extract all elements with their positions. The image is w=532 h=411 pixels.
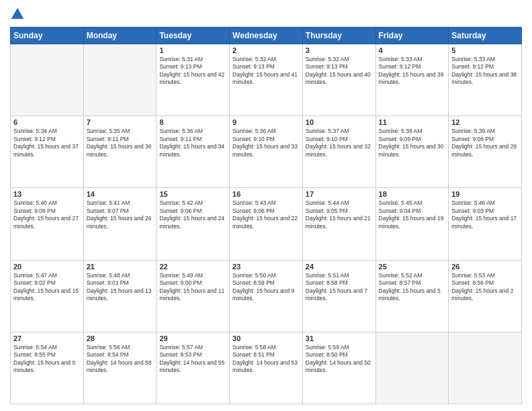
day-info: Sunrise: 5:34 AMSunset: 9:12 PMDaylight:…	[13, 128, 81, 158]
calendar-week-3: 13Sunrise: 5:40 AMSunset: 9:08 PMDayligh…	[11, 188, 522, 260]
day-info: Sunrise: 5:48 AMSunset: 9:01 PMDaylight:…	[87, 272, 154, 303]
calendar-cell: 27Sunrise: 5:54 AMSunset: 8:55 PMDayligh…	[11, 332, 84, 404]
day-info: Sunrise: 5:39 AMSunset: 9:08 PMDaylight:…	[451, 128, 519, 158]
calendar-cell: 18Sunrise: 5:45 AMSunset: 9:04 PMDayligh…	[375, 188, 449, 260]
day-number: 13	[13, 190, 81, 198]
page: SundayMondayTuesdayWednesdayThursdayFrid…	[0, 0, 532, 411]
calendar-cell	[83, 44, 157, 116]
calendar-cell: 7Sunrise: 5:35 AMSunset: 9:11 PMDaylight…	[83, 116, 157, 188]
day-info: Sunrise: 5:45 AMSunset: 9:04 PMDaylight:…	[379, 199, 446, 230]
day-number: 15	[159, 190, 226, 198]
calendar-header-thursday: Thursday	[302, 28, 375, 44]
day-number: 25	[379, 263, 446, 271]
day-info: Sunrise: 5:49 AMSunset: 9:00 PMDaylight:…	[159, 272, 226, 303]
day-number: 24	[306, 263, 373, 271]
calendar-week-1: 1Sunrise: 5:31 AMSunset: 9:13 PMDaylight…	[11, 44, 522, 116]
logo-icon	[10, 7, 25, 21]
day-number: 19	[451, 190, 519, 198]
day-info: Sunrise: 5:52 AMSunset: 8:57 PMDaylight:…	[379, 272, 446, 303]
calendar-cell: 10Sunrise: 5:37 AMSunset: 9:10 PMDayligh…	[302, 116, 375, 188]
calendar-cell: 26Sunrise: 5:53 AMSunset: 8:56 PMDayligh…	[449, 260, 522, 332]
day-info: Sunrise: 5:35 AMSunset: 9:11 PMDaylight:…	[87, 128, 154, 158]
day-info: Sunrise: 5:59 AMSunset: 8:50 PMDaylight:…	[306, 344, 373, 375]
day-info: Sunrise: 5:47 AMSunset: 9:02 PMDaylight:…	[13, 272, 81, 303]
day-number: 20	[13, 263, 81, 271]
calendar-table: SundayMondayTuesdayWednesdayThursdayFrid…	[10, 27, 522, 404]
calendar-cell: 22Sunrise: 5:49 AMSunset: 9:00 PMDayligh…	[157, 260, 230, 332]
calendar-cell: 31Sunrise: 5:59 AMSunset: 8:50 PMDayligh…	[302, 332, 375, 404]
day-number: 26	[451, 263, 519, 271]
day-number: 18	[379, 190, 446, 198]
calendar-header-monday: Monday	[83, 28, 157, 44]
calendar-cell: 14Sunrise: 5:41 AMSunset: 9:07 PMDayligh…	[83, 188, 157, 260]
day-number: 17	[306, 190, 373, 198]
day-number: 16	[232, 190, 300, 198]
calendar-cell: 29Sunrise: 5:57 AMSunset: 8:53 PMDayligh…	[157, 332, 230, 404]
day-info: Sunrise: 5:32 AMSunset: 9:13 PMDaylight:…	[306, 56, 373, 87]
calendar-cell	[449, 332, 522, 404]
calendar-cell	[375, 332, 449, 404]
calendar-cell: 8Sunrise: 5:36 AMSunset: 9:11 PMDaylight…	[157, 116, 230, 188]
day-info: Sunrise: 5:37 AMSunset: 9:10 PMDaylight:…	[306, 128, 373, 158]
day-info: Sunrise: 5:42 AMSunset: 9:06 PMDaylight:…	[159, 199, 226, 230]
day-number: 2	[232, 46, 300, 54]
day-number: 7	[87, 118, 154, 126]
day-info: Sunrise: 5:36 AMSunset: 9:11 PMDaylight:…	[159, 128, 226, 158]
calendar-cell: 23Sunrise: 5:50 AMSunset: 8:59 PMDayligh…	[230, 260, 303, 332]
calendar-cell: 1Sunrise: 5:31 AMSunset: 9:13 PMDaylight…	[157, 44, 230, 116]
logo	[10, 7, 26, 21]
day-number: 14	[87, 190, 154, 198]
day-number: 10	[306, 118, 373, 126]
calendar-cell: 11Sunrise: 5:38 AMSunset: 9:09 PMDayligh…	[375, 116, 449, 188]
day-number: 11	[379, 118, 446, 126]
day-number: 30	[232, 334, 300, 342]
calendar-week-4: 20Sunrise: 5:47 AMSunset: 9:02 PMDayligh…	[11, 260, 522, 332]
day-number: 3	[306, 46, 373, 54]
calendar-header-wednesday: Wednesday	[230, 28, 303, 44]
calendar-cell: 24Sunrise: 5:51 AMSunset: 8:58 PMDayligh…	[302, 260, 375, 332]
day-number: 12	[451, 118, 519, 126]
day-number: 8	[159, 118, 226, 126]
calendar-cell: 12Sunrise: 5:39 AMSunset: 9:08 PMDayligh…	[449, 116, 522, 188]
calendar-header-saturday: Saturday	[449, 28, 522, 44]
calendar-cell: 5Sunrise: 5:33 AMSunset: 9:12 PMDaylight…	[449, 44, 522, 116]
day-info: Sunrise: 5:44 AMSunset: 9:05 PMDaylight:…	[306, 199, 373, 230]
day-number: 29	[159, 334, 226, 342]
day-number: 6	[13, 118, 81, 126]
day-info: Sunrise: 5:41 AMSunset: 9:07 PMDaylight:…	[87, 199, 154, 230]
day-number: 23	[232, 263, 300, 271]
day-info: Sunrise: 5:33 AMSunset: 9:12 PMDaylight:…	[379, 56, 446, 87]
day-info: Sunrise: 5:40 AMSunset: 9:08 PMDaylight:…	[13, 199, 81, 230]
calendar-header-friday: Friday	[375, 28, 449, 44]
calendar-cell: 28Sunrise: 5:56 AMSunset: 8:54 PMDayligh…	[83, 332, 157, 404]
day-info: Sunrise: 5:33 AMSunset: 9:12 PMDaylight:…	[451, 56, 519, 87]
calendar-cell: 19Sunrise: 5:46 AMSunset: 9:03 PMDayligh…	[449, 188, 522, 260]
header	[10, 7, 522, 21]
day-info: Sunrise: 5:57 AMSunset: 8:53 PMDaylight:…	[159, 344, 226, 375]
day-number: 5	[451, 46, 519, 54]
day-number: 1	[159, 46, 226, 54]
day-number: 9	[232, 118, 300, 126]
calendar-cell: 17Sunrise: 5:44 AMSunset: 9:05 PMDayligh…	[302, 188, 375, 260]
calendar-cell: 30Sunrise: 5:58 AMSunset: 8:51 PMDayligh…	[230, 332, 303, 404]
calendar-cell	[11, 44, 84, 116]
calendar-week-5: 27Sunrise: 5:54 AMSunset: 8:55 PMDayligh…	[11, 332, 522, 404]
day-info: Sunrise: 5:38 AMSunset: 9:09 PMDaylight:…	[379, 128, 446, 158]
day-info: Sunrise: 5:46 AMSunset: 9:03 PMDaylight:…	[451, 199, 519, 230]
day-info: Sunrise: 5:56 AMSunset: 8:54 PMDaylight:…	[87, 344, 154, 375]
day-number: 4	[379, 46, 446, 54]
day-number: 28	[87, 334, 154, 342]
day-info: Sunrise: 5:53 AMSunset: 8:56 PMDaylight:…	[451, 272, 519, 303]
calendar-week-2: 6Sunrise: 5:34 AMSunset: 9:12 PMDaylight…	[11, 116, 522, 188]
calendar-cell: 6Sunrise: 5:34 AMSunset: 9:12 PMDaylight…	[11, 116, 84, 188]
calendar-cell: 4Sunrise: 5:33 AMSunset: 9:12 PMDaylight…	[375, 44, 449, 116]
calendar-cell: 2Sunrise: 5:32 AMSunset: 9:13 PMDaylight…	[230, 44, 303, 116]
calendar-cell: 21Sunrise: 5:48 AMSunset: 9:01 PMDayligh…	[83, 260, 157, 332]
day-number: 31	[306, 334, 373, 342]
calendar-cell: 25Sunrise: 5:52 AMSunset: 8:57 PMDayligh…	[375, 260, 449, 332]
day-info: Sunrise: 5:58 AMSunset: 8:51 PMDaylight:…	[232, 344, 300, 375]
calendar-header-tuesday: Tuesday	[157, 28, 230, 44]
day-number: 22	[159, 263, 226, 271]
calendar-header-sunday: Sunday	[11, 28, 84, 44]
day-info: Sunrise: 5:32 AMSunset: 9:13 PMDaylight:…	[232, 56, 300, 87]
